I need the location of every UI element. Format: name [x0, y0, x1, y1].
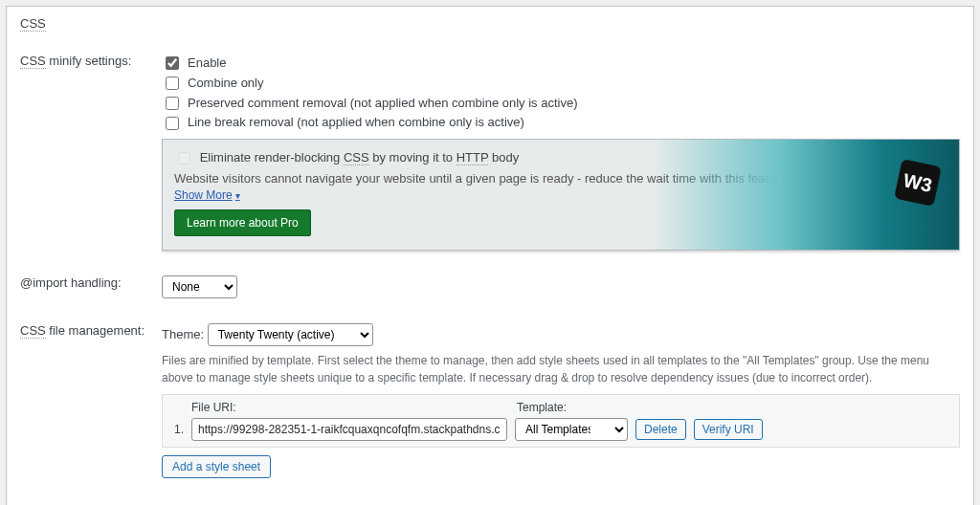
row-import-handling: @import handling: None: [20, 275, 960, 298]
import-label: @import handling:: [20, 275, 162, 290]
opt-enable-checkbox[interactable]: [166, 56, 179, 70]
css-settings-panel: CSS CSS minify settings: Enable Combine …: [6, 6, 974, 505]
promo-checkbox-disabled: [178, 152, 190, 165]
opt-preserved-text: Preserved comment removal (not applied w…: [188, 94, 578, 114]
file-uri-input[interactable]: [191, 418, 507, 441]
theme-label-text: Theme:: [162, 327, 204, 341]
delete-button[interactable]: Delete: [635, 419, 686, 440]
minify-label: CSS minify settings:: [20, 54, 162, 68]
add-style-sheet-button[interactable]: Add a style sheet: [162, 455, 271, 478]
opt-preserved-checkbox[interactable]: [166, 97, 179, 110]
opt-preserved[interactable]: Preserved comment removal (not applied w…: [162, 94, 960, 114]
file-headers: File URI: Template:: [170, 401, 951, 414]
pro-promo-box: W3 Eliminate render-blocking CSS by movi…: [162, 139, 960, 251]
opt-combine-text: Combine only: [188, 74, 264, 94]
theme-line: Theme: Twenty Twenty (active): [162, 323, 960, 346]
promo-headline: Eliminate render-blocking CSS by moving …: [174, 149, 947, 167]
col-tpl-header: Template:: [517, 401, 632, 414]
promo-desc: Website visitors cannot navigate your we…: [174, 171, 947, 186]
opt-enable-text: Enable: [188, 54, 226, 74]
file-mgmt-help: Files are minified by template. First se…: [162, 352, 960, 386]
minify-options: Enable Combine only Preserved comment re…: [162, 54, 960, 133]
file-template-select[interactable]: All Templates: [515, 418, 628, 441]
opt-linebreak-checkbox[interactable]: [166, 117, 179, 130]
file-mgmt-label: CSS file management:: [20, 323, 162, 338]
opt-linebreak[interactable]: Line break removal (not applied when com…: [162, 113, 960, 133]
file-row-idx: 1.: [170, 423, 184, 436]
promo-show-more[interactable]: Show More ▾: [174, 188, 240, 202]
opt-linebreak-text: Line break removal (not applied when com…: [188, 113, 524, 133]
file-row-1: 1. All Templates Delete Verify URI: [170, 418, 951, 441]
theme-select[interactable]: Twenty Twenty (active): [208, 323, 373, 346]
opt-combine-checkbox[interactable]: [166, 77, 179, 90]
verify-uri-button[interactable]: Verify URI: [694, 419, 763, 440]
opt-combine[interactable]: Combine only: [162, 74, 960, 94]
opt-enable[interactable]: Enable: [162, 54, 960, 74]
row-minify: CSS minify settings: Enable Combine only…: [20, 54, 960, 251]
col-uri-header: File URI:: [191, 401, 509, 414]
import-handling-select[interactable]: None: [162, 275, 237, 298]
section-title: CSS: [20, 16, 960, 31]
learn-pro-button[interactable]: Learn more about Pro: [174, 209, 311, 236]
file-list-block: File URI: Template: 1. All Templates Del…: [162, 394, 960, 448]
row-file-management: CSS file management: Theme: Twenty Twent…: [20, 323, 960, 478]
chevron-down-icon: ▾: [235, 190, 240, 201]
